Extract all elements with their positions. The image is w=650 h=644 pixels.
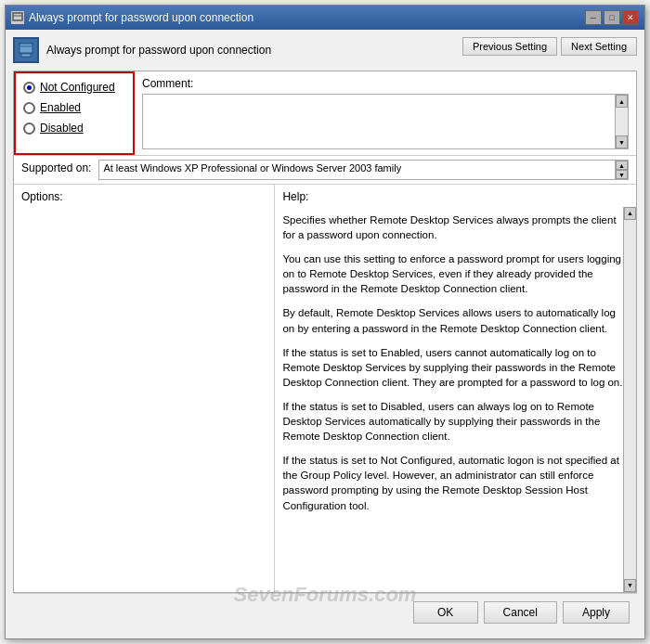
- title-bar: Always prompt for password upon connecti…: [6, 6, 644, 30]
- header-title-area: Always prompt for password upon connecti…: [13, 37, 462, 63]
- radio-circle-enabled[interactable]: [23, 102, 35, 114]
- supported-scrollbar[interactable]: ▲ ▼: [615, 161, 628, 179]
- supported-scroll-up[interactable]: ▲: [616, 161, 628, 170]
- supported-scroll-down[interactable]: ▼: [616, 170, 628, 179]
- minimize-button[interactable]: ─: [585, 10, 602, 25]
- title-controls: ─ □ ✕: [585, 10, 639, 25]
- svg-rect-2: [20, 44, 32, 53]
- help-scroll-track: [624, 220, 636, 579]
- help-para-2: You can use this setting to enforce a pa…: [282, 251, 629, 296]
- content-area: Always prompt for password upon connecti…: [6, 30, 644, 638]
- top-section: Not Configured Enabled Disabled Comment:: [14, 71, 636, 156]
- previous-setting-button[interactable]: Previous Setting: [462, 37, 557, 56]
- radio-label-enabled: Enabled: [40, 101, 81, 114]
- help-para-4: If the status is set to Enabled, users c…: [282, 345, 629, 390]
- help-para-1: Specifies whether Remote Desktop Service…: [282, 213, 629, 242]
- window-icon: [11, 11, 24, 24]
- window-title: Always prompt for password upon connecti…: [29, 11, 254, 24]
- comment-box: ▲ ▼: [142, 94, 629, 149]
- supported-on-value: At least Windows XP Professional or Wind…: [103, 162, 401, 174]
- svg-rect-0: [13, 13, 22, 20]
- help-label: Help:: [275, 185, 636, 207]
- main-window: Always prompt for password upon connecti…: [5, 5, 645, 639]
- help-content: Specifies whether Remote Desktop Service…: [275, 207, 636, 592]
- radio-disabled[interactable]: Disabled: [23, 122, 125, 135]
- bottom-bar: OK Cancel Apply: [13, 593, 637, 631]
- header-title: Always prompt for password upon connecti…: [46, 44, 271, 57]
- help-scrollbar[interactable]: ▲ ▼: [623, 207, 636, 592]
- help-para-3: By default, Remote Desktop Services allo…: [282, 305, 629, 335]
- title-bar-left: Always prompt for password upon connecti…: [11, 11, 254, 24]
- close-button[interactable]: ✕: [622, 10, 639, 25]
- options-panel: Options:: [14, 185, 275, 592]
- maximize-button[interactable]: □: [604, 10, 620, 25]
- comment-scrollbar[interactable]: ▲ ▼: [615, 95, 628, 148]
- supported-on-label: Supported on:: [21, 160, 91, 174]
- apply-button[interactable]: Apply: [563, 601, 630, 624]
- radio-enabled[interactable]: Enabled: [23, 101, 125, 114]
- supported-on-value-box: At least Windows XP Professional or Wind…: [98, 160, 629, 180]
- help-scroll-down[interactable]: ▼: [624, 579, 636, 592]
- radio-circle-disabled[interactable]: [23, 122, 35, 135]
- options-label: Options:: [14, 185, 274, 207]
- options-help-row: Options: Help: Specifies whether Remote …: [14, 185, 636, 592]
- comment-section: Comment: ▲ ▼: [135, 71, 636, 155]
- radio-label-not-configured: Not Configured: [40, 81, 115, 94]
- header-row: Always prompt for password upon connecti…: [13, 37, 637, 63]
- scroll-down-arrow[interactable]: ▼: [616, 135, 628, 148]
- radio-panel: Not Configured Enabled Disabled: [14, 71, 135, 155]
- help-para-5: If the status is set to Disabled, users …: [282, 399, 629, 444]
- comment-label: Comment:: [142, 77, 629, 90]
- header-buttons: Previous Setting Next Setting: [462, 37, 637, 56]
- next-setting-button[interactable]: Next Setting: [561, 37, 637, 56]
- cancel-button[interactable]: Cancel: [484, 601, 557, 624]
- radio-label-disabled: Disabled: [40, 122, 84, 135]
- radio-circle-not-configured[interactable]: [23, 82, 35, 94]
- policy-icon: [13, 37, 39, 63]
- help-scroll-up[interactable]: ▲: [624, 207, 636, 220]
- main-content-area: Not Configured Enabled Disabled Comment:: [13, 71, 637, 593]
- help-para-6: If the status is set to Not Configured, …: [282, 453, 629, 512]
- help-panel: Help: Specifies whether Remote Desktop S…: [275, 185, 636, 592]
- options-content: [14, 207, 274, 592]
- radio-not-configured[interactable]: Not Configured: [23, 81, 125, 94]
- supported-on-row: Supported on: At least Windows XP Profes…: [14, 156, 636, 185]
- svg-rect-3: [21, 54, 31, 57]
- ok-button[interactable]: OK: [413, 601, 478, 624]
- scroll-up-arrow[interactable]: ▲: [616, 95, 628, 108]
